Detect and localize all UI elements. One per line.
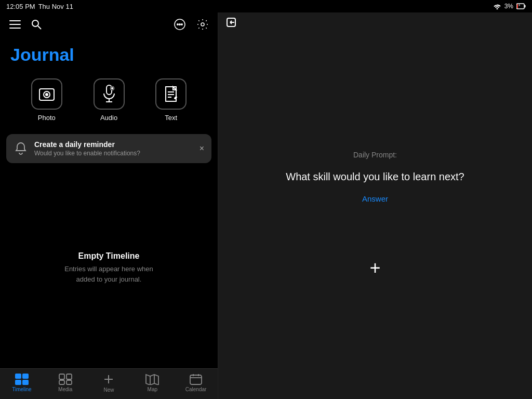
status-bar: 12:05 PM Thu Nov 11 3%	[0, 0, 532, 12]
notif-subtitle: Would you like to enable notifications?	[34, 150, 193, 157]
tab-new[interactable]: New	[87, 373, 131, 393]
settings-button[interactable]	[195, 17, 210, 32]
main-container: Journal Photo	[0, 12, 532, 399]
text-label: Text	[165, 114, 177, 122]
right-panel: Daily Prompt: What skill would you like …	[218, 12, 532, 399]
svg-point-15	[45, 93, 48, 96]
svg-rect-24	[15, 374, 21, 379]
notif-title: Create a daily reminder	[34, 140, 193, 149]
photo-label: Photo	[38, 114, 56, 122]
svg-point-9	[177, 24, 178, 25]
wifi-icon	[493, 3, 501, 9]
svg-rect-31	[66, 380, 72, 384]
status-right: 3%	[493, 3, 526, 10]
svg-rect-4	[9, 24, 21, 25]
left-header-right	[172, 17, 210, 32]
svg-point-20	[111, 87, 113, 89]
battery-icon	[516, 3, 526, 9]
svg-rect-29	[66, 374, 72, 379]
empty-subtitle: Entries will appear here whenadded to yo…	[64, 264, 153, 284]
tab-media-label: Media	[58, 387, 72, 392]
svg-rect-28	[59, 374, 64, 379]
notif-close-button[interactable]: ×	[200, 144, 204, 153]
notif-content: Create a daily reminder Would you like t…	[34, 140, 193, 157]
svg-rect-25	[22, 374, 29, 379]
empty-title: Empty Timeline	[78, 251, 140, 261]
status-left: 12:05 PM Thu Nov 11	[6, 3, 73, 10]
date: Thu Nov 11	[38, 3, 73, 10]
media-icon	[59, 374, 72, 385]
tab-timeline[interactable]: Timeline	[0, 374, 44, 392]
answer-link[interactable]: Answer	[362, 194, 388, 203]
svg-point-10	[179, 24, 180, 25]
tab-timeline-label: Timeline	[12, 387, 31, 392]
photo-icon-container	[31, 78, 62, 110]
svg-rect-27	[22, 380, 29, 385]
notification-banner: Create a daily reminder Would you like t…	[6, 134, 211, 163]
left-header-left	[7, 17, 44, 32]
menu-button[interactable]	[7, 18, 23, 31]
tab-calendar[interactable]: Calendar	[174, 374, 218, 392]
tab-media[interactable]: Media	[44, 374, 87, 392]
left-panel: Journal Photo	[0, 12, 218, 399]
tab-new-label: New	[103, 387, 114, 393]
entry-type-text[interactable]: Text	[140, 78, 202, 122]
entry-type-photo[interactable]: Photo	[16, 78, 78, 122]
svg-rect-5	[9, 28, 21, 29]
battery-percent: 3%	[504, 3, 513, 10]
calendar-icon	[190, 374, 202, 385]
svg-rect-3	[9, 20, 21, 21]
daily-prompt-text: What skill would you like to learn next?	[286, 169, 464, 184]
back-button[interactable]	[225, 17, 237, 28]
text-icon-container	[155, 78, 187, 110]
daily-prompt-label: Daily Prompt:	[353, 151, 397, 159]
svg-point-11	[181, 24, 182, 25]
tab-bar: Timeline Media	[0, 368, 218, 399]
left-header	[0, 12, 218, 36]
right-content: Daily Prompt: What skill would you like …	[218, 32, 532, 399]
tab-map[interactable]: Map	[130, 374, 174, 392]
audio-label: Audio	[100, 114, 117, 122]
entry-type-audio[interactable]: Audio	[78, 78, 140, 122]
audio-icon-container	[94, 78, 125, 110]
svg-rect-1	[525, 5, 526, 8]
journal-title: Journal	[0, 36, 218, 70]
new-icon	[102, 373, 115, 385]
time: 12:05 PM	[6, 3, 35, 10]
svg-point-12	[201, 23, 204, 26]
svg-line-7	[38, 26, 41, 29]
svg-rect-30	[59, 380, 64, 384]
svg-rect-36	[190, 375, 202, 384]
more-button[interactable]	[172, 17, 188, 32]
timeline-icon	[15, 374, 29, 385]
entry-types: Photo Audio	[0, 70, 218, 130]
add-button[interactable]: +	[362, 255, 388, 281]
bell-icon	[14, 141, 28, 156]
right-header	[218, 12, 532, 32]
svg-rect-2	[517, 4, 518, 8]
tab-calendar-label: Calendar	[185, 387, 207, 392]
tab-map-label: Map	[148, 387, 157, 392]
svg-rect-26	[15, 380, 21, 385]
svg-point-6	[32, 20, 38, 26]
search-button[interactable]	[29, 17, 44, 32]
map-icon	[145, 374, 159, 385]
empty-timeline: Empty Timeline Entries will appear here …	[0, 167, 218, 368]
